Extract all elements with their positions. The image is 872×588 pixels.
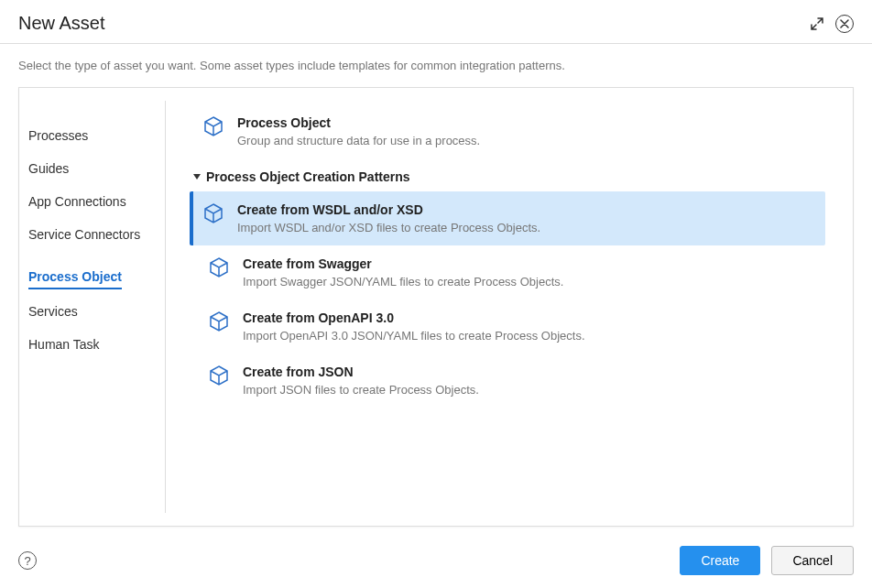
pattern-swagger[interactable]: Create from Swagger Import Swagger JSON/… bbox=[199, 245, 825, 299]
create-button[interactable]: Create bbox=[680, 546, 760, 575]
cube-icon bbox=[208, 310, 230, 332]
section-header-label: Process Object Creation Patterns bbox=[206, 169, 410, 184]
sidebar-item-service-connectors[interactable]: Service Connectors bbox=[28, 218, 156, 251]
cube-icon bbox=[202, 115, 224, 137]
sidebar-item-app-connections[interactable]: App Connections bbox=[28, 185, 156, 218]
sidebar-item-process-object[interactable]: Process Object bbox=[28, 260, 122, 289]
sidebar-item-services[interactable]: Services bbox=[28, 295, 156, 328]
sidebar: Processes Guides App Connections Service… bbox=[19, 101, 166, 513]
close-icon[interactable] bbox=[835, 15, 854, 33]
pattern-list: Create from WSDL and/or XSD Import WSDL … bbox=[199, 191, 825, 408]
pattern-desc: Import JSON files to create Process Obje… bbox=[243, 383, 816, 397]
pattern-wsdl-xsd[interactable]: Create from WSDL and/or XSD Import WSDL … bbox=[190, 191, 825, 245]
expand-icon[interactable] bbox=[808, 15, 826, 33]
pattern-title: Create from OpenAPI 3.0 bbox=[243, 310, 816, 325]
pattern-text: Create from WSDL and/or XSD Import WSDL … bbox=[237, 202, 816, 234]
help-icon[interactable]: ? bbox=[18, 551, 37, 570]
pattern-desc: Import WSDL and/or XSD files to create P… bbox=[237, 221, 816, 234]
footer-buttons: Create Cancel bbox=[680, 546, 854, 575]
pattern-text: Create from Swagger Import Swagger JSON/… bbox=[243, 256, 816, 289]
cube-icon bbox=[208, 365, 230, 387]
asset-primary[interactable]: Process Object Group and structure data … bbox=[193, 106, 825, 157]
main-panel: Processes Guides App Connections Service… bbox=[18, 87, 854, 527]
header-icons bbox=[808, 15, 854, 33]
dialog-title: New Asset bbox=[18, 13, 104, 34]
dialog-header: New Asset bbox=[0, 0, 872, 44]
sidebar-item-processes[interactable]: Processes bbox=[28, 119, 156, 152]
sidebar-item-guides[interactable]: Guides bbox=[28, 152, 156, 185]
pattern-title: Create from WSDL and/or XSD bbox=[237, 202, 816, 217]
dialog-subtitle: Select the type of asset you want. Some … bbox=[18, 59, 854, 72]
main-area: Process Object Group and structure data … bbox=[166, 88, 853, 526]
pattern-json[interactable]: Create from JSON Import JSON files to cr… bbox=[199, 354, 825, 408]
pattern-text: Create from JSON Import JSON files to cr… bbox=[243, 365, 816, 397]
cube-icon bbox=[202, 202, 224, 224]
dialog-footer: ? Create Cancel bbox=[0, 533, 872, 588]
dialog-content: Select the type of asset you want. Some … bbox=[0, 44, 872, 545]
sidebar-item-human-task[interactable]: Human Task bbox=[28, 328, 156, 361]
section-header[interactable]: Process Object Creation Patterns bbox=[193, 157, 825, 191]
asset-desc: Group and structure data for use in a pr… bbox=[237, 134, 816, 147]
cube-icon bbox=[208, 256, 230, 278]
pattern-title: Create from Swagger bbox=[243, 256, 816, 271]
asset-title: Process Object bbox=[237, 115, 816, 130]
collapse-icon bbox=[193, 174, 201, 180]
pattern-openapi[interactable]: Create from OpenAPI 3.0 Import OpenAPI 3… bbox=[199, 299, 825, 354]
pattern-desc: Import OpenAPI 3.0 JSON/YAML files to cr… bbox=[243, 329, 816, 343]
pattern-title: Create from JSON bbox=[243, 365, 816, 379]
pattern-text: Create from OpenAPI 3.0 Import OpenAPI 3… bbox=[243, 310, 816, 343]
asset-text: Process Object Group and structure data … bbox=[237, 115, 816, 147]
cancel-button[interactable]: Cancel bbox=[771, 546, 854, 575]
pattern-desc: Import Swagger JSON/YAML files to create… bbox=[243, 275, 816, 289]
